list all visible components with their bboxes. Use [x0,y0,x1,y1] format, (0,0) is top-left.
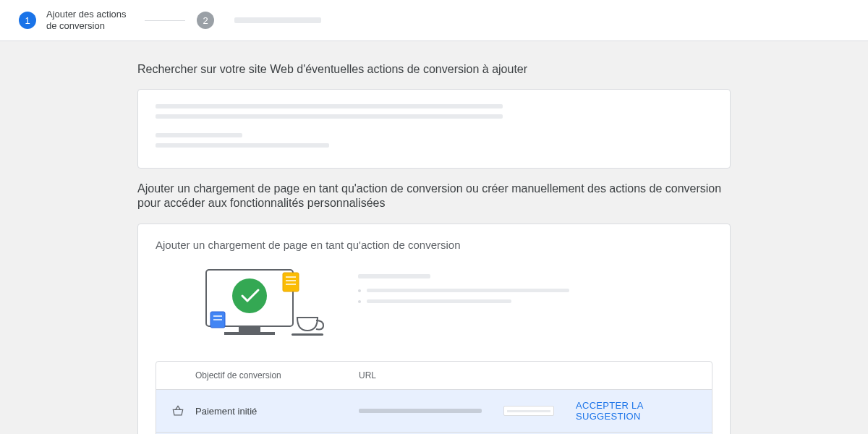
step-2-circle: 2 [197,12,214,29]
skeleton-line [156,114,503,119]
col-goal-label: Objectif de conversion [195,370,281,380]
illustration-text [358,267,712,310]
search-card [137,89,731,169]
section-1-title: Rechercher sur votre site Web d'éventuel… [137,63,731,76]
step-connector [145,20,185,21]
suggestions-table: Objectif de conversion URL Paiement [156,361,712,434]
step-1-circle: 1 [19,12,36,29]
step-2-placeholder [234,17,321,23]
svg-rect-11 [292,333,323,336]
skeleton-line [156,133,242,137]
skeleton-line [367,299,511,303]
row-label: Paiement initié [195,406,257,417]
section-2-title: Ajouter un chargement de page en tant qu… [137,182,731,210]
step-2[interactable]: 2 [197,12,321,29]
skeleton-line [358,274,430,278]
skeleton-line [359,409,482,413]
svg-rect-2 [224,332,275,335]
svg-rect-4 [283,273,299,292]
illustration [184,267,329,339]
table-header: Objectif de conversion URL [156,362,712,390]
pageload-card-subtitle: Ajouter un chargement de page en tant qu… [156,239,712,251]
svg-rect-1 [239,326,260,332]
pageload-card: Ajouter un chargement de page en tant qu… [137,224,731,434]
basket-icon [171,404,185,418]
table-row: Paiement initié ACCEPTER LA SUGGESTION [156,390,712,433]
step-1[interactable]: 1 Ajouter des actions de conversion [19,9,133,32]
skeleton-line [156,104,503,109]
skeleton-line [156,143,329,148]
step-1-label: Ajouter des actions de conversion [46,9,133,32]
svg-point-3 [232,278,267,313]
skeleton-line [367,289,569,292]
col-url-label: URL [359,370,376,380]
status-pill [503,406,554,416]
stepper: 1 Ajouter des actions de conversion 2 [0,0,868,41]
accept-suggestion-button[interactable]: ACCEPTER LA SUGGESTION [576,400,697,422]
